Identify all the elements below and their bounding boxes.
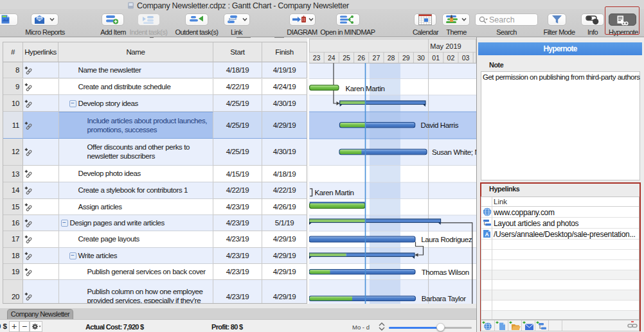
svg-text:Laura Rodriguez: Laura Rodriguez: [421, 236, 472, 243]
svg-text:03: 03: [462, 54, 470, 62]
svg-text:24: 24: [328, 54, 335, 62]
svg-text:28: 28: [388, 54, 395, 62]
svg-text:Thomas Wilson: Thomas Wilson: [422, 268, 469, 276]
svg-text:A: A: [485, 231, 488, 238]
svg-text:30: 30: [417, 54, 425, 62]
svg-text:Karen Martin: Karen Martin: [315, 189, 354, 197]
svg-text:26: 26: [357, 54, 365, 62]
svg-text:01: 01: [432, 54, 440, 62]
svg-text:02: 02: [447, 54, 455, 62]
svg-text:25: 25: [343, 54, 350, 62]
svg-text:May 2019: May 2019: [430, 42, 461, 50]
svg-text:23: 23: [313, 54, 321, 62]
svg-text:Barbara Taylor: Barbara Taylor: [422, 295, 467, 302]
svg-text:27: 27: [373, 54, 380, 62]
svg-text:Susan White; Na: Susan White; Na: [432, 148, 476, 156]
svg-text:David Harris: David Harris: [421, 121, 459, 129]
svg-text:29: 29: [402, 54, 410, 62]
